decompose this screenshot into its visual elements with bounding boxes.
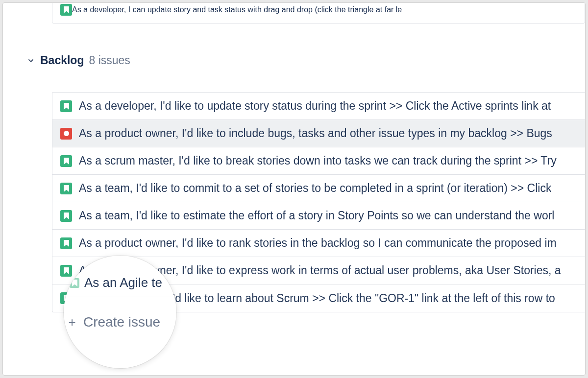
story-icon — [60, 155, 72, 167]
story-icon — [60, 183, 72, 194]
section-title: Backlog — [40, 54, 84, 67]
chevron-down-icon — [26, 56, 35, 65]
create-issue-button[interactable]: + Create issue — [67, 314, 160, 330]
issue-row[interactable]: As a product owner, I'd like to rank sto… — [52, 230, 585, 257]
issue-row[interactable]: As a developer, I'd like to update story… — [52, 93, 585, 120]
create-issue-label: Create issue — [83, 314, 160, 330]
issue-summary: As a developer, I'd like to update story… — [79, 99, 551, 113]
story-icon — [60, 237, 72, 249]
zoom-lens: As an Agile te + Create issue — [64, 256, 176, 368]
story-icon — [60, 4, 72, 16]
issue-row[interactable]: As a team, I'd like to estimate the effo… — [52, 202, 585, 230]
issue-summary: As a developer, I can update story and t… — [72, 5, 402, 14]
issue-summary: As a scrum master, I'd like to break sto… — [79, 154, 557, 167]
issue-summary: As a product owner, I'd like to include … — [79, 127, 552, 140]
issue-row[interactable]: As a developer, I can update story and t… — [52, 2, 585, 24]
divider — [64, 297, 176, 297]
content-area: As a developer, I can update story and t… — [3, 3, 585, 375]
zoom-issue-summary: As an Agile te — [84, 275, 162, 290]
issue-row[interactable]: As a scrum master, I'd like to break sto… — [52, 147, 585, 175]
plus-icon: + — [67, 315, 77, 330]
story-icon — [60, 210, 72, 222]
story-icon — [60, 265, 72, 277]
section-count: 8 issues — [89, 54, 130, 67]
issue-summary: As a team, I'd like to estimate the effo… — [79, 209, 554, 222]
app-frame: As a developer, I can update story and t… — [2, 2, 586, 376]
issue-row[interactable]: As a product owner, I'd like to include … — [52, 120, 585, 147]
issue-summary: As a team, I'd like to commit to a set o… — [79, 182, 551, 195]
issue-row[interactable]: As a team, I'd like to commit to a set o… — [52, 175, 585, 202]
backlog-header[interactable]: Backlog 8 issues — [26, 54, 130, 67]
bug-icon — [60, 128, 72, 140]
issue-summary: As a product owner, I'd like to rank sto… — [79, 236, 557, 250]
zoom-issue-row: As an Agile te — [70, 275, 176, 290]
story-icon — [60, 100, 72, 112]
